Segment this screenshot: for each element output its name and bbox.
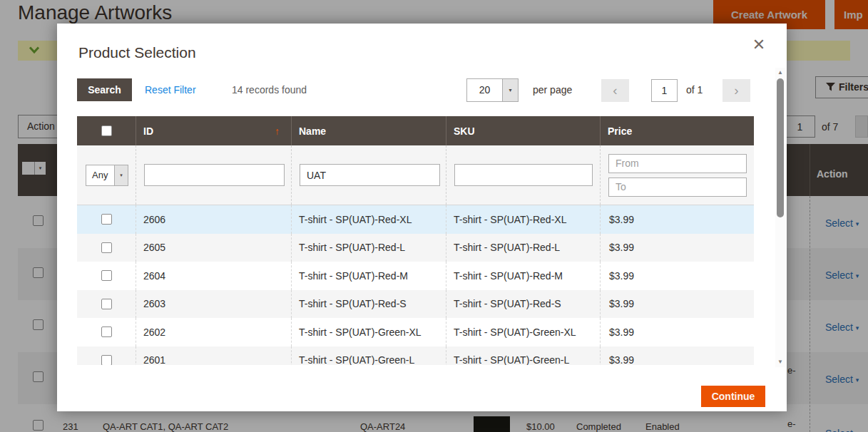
records-found-label: 14 records found xyxy=(232,84,307,96)
per-page-label: per page xyxy=(533,84,572,96)
column-header-sku[interactable]: SKU xyxy=(446,116,600,145)
page-number-input[interactable] xyxy=(651,79,678,102)
price-filter-cell xyxy=(600,145,754,205)
cell-id: 2601 xyxy=(136,346,291,366)
row-checkbox[interactable] xyxy=(101,355,112,365)
cell-price: $3.99 xyxy=(600,346,754,366)
sku-filter-input[interactable] xyxy=(454,164,593,186)
row-checkbox[interactable] xyxy=(101,299,112,309)
table-row[interactable]: 2603 T-shirt - SP(UAT)-Red-S T-shirt - S… xyxy=(77,290,754,319)
table-row[interactable]: 2606 T-shirt - SP(UAT)-Red-XL T-shirt - … xyxy=(77,205,754,234)
sku-filter-cell xyxy=(446,145,600,205)
select-all-checkbox[interactable] xyxy=(101,125,112,136)
chevron-down-icon: ▾ xyxy=(114,165,128,185)
sort-asc-icon: ↑ xyxy=(275,125,291,137)
row-checkbox[interactable] xyxy=(101,242,112,253)
scroll-up-icon[interactable]: ▲ xyxy=(775,68,785,78)
grid-filter-row: Any ▾ xyxy=(77,145,754,205)
product-grid: ID↑ Name SKU Price Any ▾ xyxy=(77,116,754,365)
name-filter-cell xyxy=(291,145,446,205)
table-row[interactable]: 2602 T-shirt - SP(UAT)-Green-XL T-shirt … xyxy=(77,318,754,346)
cell-name: T-shirt - SP(UAT)-Green-XL xyxy=(291,318,446,346)
cell-sku: T-shirt - SP(UAT)-Red-M xyxy=(446,262,600,290)
reset-filter-link[interactable]: Reset Filter xyxy=(145,84,196,96)
cell-id: 2602 xyxy=(136,318,291,346)
total-pages-label: of 1 xyxy=(686,84,703,96)
chevron-down-icon: ▾ xyxy=(502,79,518,101)
cell-id: 2605 xyxy=(136,234,291,262)
name-filter-input[interactable] xyxy=(300,164,440,186)
modal-title: Product Selection xyxy=(78,44,196,61)
row-checkbox[interactable] xyxy=(101,270,112,281)
next-page-button[interactable]: › xyxy=(723,79,750,102)
row-checkbox[interactable] xyxy=(101,214,112,225)
cell-name: T-shirt - SP(UAT)-Red-L xyxy=(291,234,446,262)
grid-header-row: ID↑ Name SKU Price xyxy=(77,116,754,145)
search-button[interactable]: Search xyxy=(77,78,132,101)
header-checkbox-cell xyxy=(77,116,136,145)
any-select[interactable]: Any ▾ xyxy=(86,165,128,186)
cell-id: 2606 xyxy=(136,205,291,234)
cell-id: 2603 xyxy=(136,290,291,319)
price-to-input[interactable] xyxy=(608,178,747,197)
row-checkbox[interactable] xyxy=(101,326,112,337)
modal-scrollbar[interactable]: ▲ ▼ xyxy=(775,68,785,367)
column-header-price[interactable]: Price xyxy=(600,116,754,145)
cell-name: T-shirt - SP(UAT)-Red-M xyxy=(291,262,446,290)
previous-page-button[interactable]: ‹ xyxy=(601,79,629,102)
table-row[interactable]: 2605 T-shirt - SP(UAT)-Red-L T-shirt - S… xyxy=(77,234,754,262)
cell-name: T-shirt - SP(UAT)-Red-S xyxy=(291,290,446,319)
cell-price: $3.99 xyxy=(600,318,754,346)
scroll-down-icon[interactable]: ▼ xyxy=(775,357,785,367)
id-filter-input[interactable] xyxy=(144,164,285,186)
close-icon[interactable]: ✕ xyxy=(747,34,770,56)
any-select-value: Any xyxy=(86,165,114,185)
cell-price: $3.99 xyxy=(600,205,754,234)
per-page-select[interactable]: 20 ▾ xyxy=(466,78,519,102)
cell-price: $3.99 xyxy=(600,290,754,319)
scrollbar-thumb[interactable] xyxy=(777,78,784,217)
cell-price: $3.99 xyxy=(600,262,754,290)
per-page-value: 20 xyxy=(467,79,502,101)
id-filter-cell xyxy=(136,145,291,205)
cell-id: 2604 xyxy=(136,262,291,290)
cell-name: T-shirt - SP(UAT)-Green-L xyxy=(291,346,446,366)
column-header-id[interactable]: ID↑ xyxy=(136,116,291,145)
cell-sku: T-shirt - SP(UAT)-Red-S xyxy=(446,290,600,319)
continue-button[interactable]: Continue xyxy=(701,386,765,407)
any-filter-cell: Any ▾ xyxy=(77,145,136,205)
price-from-input[interactable] xyxy=(608,154,747,173)
cell-sku: T-shirt - SP(UAT)-Red-L xyxy=(446,234,600,262)
cell-sku: T-shirt - SP(UAT)-Red-XL xyxy=(446,205,600,234)
cell-sku: T-shirt - SP(UAT)-Green-L xyxy=(446,346,600,366)
cell-sku: T-shirt - SP(UAT)-Green-XL xyxy=(446,318,600,346)
column-header-name[interactable]: Name xyxy=(291,116,446,145)
table-row[interactable]: 2601 T-shirt - SP(UAT)-Green-L T-shirt -… xyxy=(77,346,754,366)
product-selection-modal: Product Selection ✕ Search Reset Filter … xyxy=(57,24,787,411)
table-row[interactable]: 2604 T-shirt - SP(UAT)-Red-M T-shirt - S… xyxy=(77,262,754,290)
cell-name: T-shirt - SP(UAT)-Red-XL xyxy=(291,205,446,234)
cell-price: $3.99 xyxy=(600,234,754,262)
